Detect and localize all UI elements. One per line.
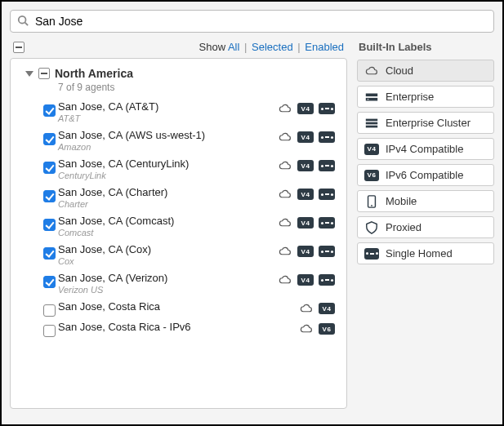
agent-icons: V4 [278,188,335,201]
ipv4-icon: V4 [297,274,314,286]
svg-rect-6 [366,122,377,124]
cloud-icon [364,65,379,77]
cloud-icon [278,131,292,144]
labels-title: Built-In Labels [359,41,494,53]
filter-all-link[interactable]: All [228,41,239,53]
svg-point-0 [19,16,26,23]
ipv4-icon: V4 [297,131,314,143]
label-text: IPv4 Compatible [386,143,463,155]
labels-panel: Built-In Labels CloudEnterpriseEnterpris… [357,41,494,268]
ipv4-icon: V4 [297,189,314,200]
collapse-all-button[interactable] [13,42,25,53]
agent-checkbox[interactable] [43,104,56,117]
svg-line-1 [25,22,29,25]
cloud-icon [278,188,292,201]
cloud-icon [278,102,292,115]
ipv4-icon: V4 [297,246,314,257]
agent-row[interactable]: San Jose, CA (Comcast)ComcastV4 [17,211,340,239]
enterprise-icon [364,91,379,103]
agent-icons: V4 [299,302,335,315]
agent-row[interactable]: San Jose, CA (AWS us-west-1)AmazonV4 [17,125,340,153]
agent-checkbox[interactable] [43,162,56,174]
search-bar[interactable] [10,10,494,33]
label-chip-mobile[interactable]: Mobile [357,190,494,212]
single-homed-icon [319,160,335,171]
cluster-icon [364,118,379,129]
show-label: Show [199,41,226,53]
agent-row[interactable]: San Jose, Costa Rica - IPv6V6 [17,317,340,337]
filter-selected-link[interactable]: Selected [252,41,293,53]
agent-name: San Jose, Costa Rica [58,300,337,313]
v4-icon: V4 [364,144,379,155]
svg-point-9 [371,205,372,206]
agent-icons: V4 [278,245,335,258]
agent-list: San Jose, CA (AT&T)AT&TV4San Jose, CA (A… [17,96,340,337]
cloud-icon [278,216,292,229]
single-homed-icon [319,189,335,200]
agent-icons: V4 [278,131,335,144]
ipv6-icon: V6 [319,323,335,335]
agent-checkbox[interactable] [43,325,56,337]
cloud-icon [278,245,292,258]
search-input[interactable] [33,14,487,29]
ipv4-icon: V4 [297,160,314,171]
label-chip-v4[interactable]: V4IPv4 Compatible [357,138,494,160]
agent-icons: V4 [278,159,335,172]
cloud-icon [278,273,292,286]
agent-row[interactable]: San Jose, CA (CenturyLink)CenturyLinkV4 [17,153,340,182]
label-chip-cloud[interactable]: Cloud [357,60,494,82]
single-homed-icon [319,217,335,229]
single-homed-icon [319,103,335,114]
agent-checkbox[interactable] [43,133,56,145]
agent-checkbox[interactable] [43,190,56,202]
label-text: Proxied [386,221,421,233]
agent-icons: V6 [299,322,335,335]
ipv4-icon: V4 [297,217,314,229]
label-chip-proxied[interactable]: Proxied [357,216,494,238]
agent-row[interactable]: San Jose, CA (Cox)CoxV4 [17,239,340,268]
agent-name: San Jose, Costa Rica - IPv6 [58,321,337,333]
label-chip-enterprise[interactable]: Enterprise [357,86,494,108]
agent-icons: V4 [278,216,335,229]
group-collapse-button[interactable] [38,68,50,79]
svg-rect-2 [366,93,377,96]
cloud-icon [278,159,292,172]
agent-checkbox[interactable] [43,276,56,288]
cloud-icon [299,322,314,335]
group-header[interactable]: North America [17,65,340,80]
single-homed-icon [319,274,335,286]
proxied-icon [364,221,379,234]
caret-down-icon[interactable] [25,71,33,77]
agent-row[interactable]: San Jose, CA (AT&T)AT&TV4 [17,96,340,125]
search-icon [17,15,33,29]
svg-rect-4 [368,99,369,100]
ipv4-icon: V4 [319,303,335,314]
agent-checkbox[interactable] [43,304,56,317]
group-title: North America [55,67,133,80]
filter-enabled-link[interactable]: Enabled [305,41,344,53]
agent-checkbox[interactable] [43,247,56,260]
label-text: Single Homed [386,247,453,260]
agent-icons: V4 [278,273,335,286]
label-text: Cloud [386,64,413,77]
label-chip-v6[interactable]: V6IPv6 Compatible [357,164,494,186]
show-filters: Show All | Selected | Enabled [199,41,344,53]
sh-icon [364,248,379,260]
agent-checkbox[interactable] [43,219,56,231]
agent-row[interactable]: San Jose, Costa RicaV4 [17,296,340,317]
agent-row[interactable]: San Jose, CA (Charter)CharterV4 [17,182,340,211]
ipv4-icon: V4 [297,103,314,114]
label-text: Enterprise Cluster [386,117,471,129]
label-chip-sh[interactable]: Single Homed [357,242,494,264]
agent-list-panel: North America 7 of 9 agents San Jose, CA… [10,58,347,409]
label-text: Enterprise [386,91,434,103]
mobile-icon [364,195,379,208]
svg-rect-5 [366,118,377,121]
svg-rect-7 [366,125,377,127]
label-text: Mobile [386,195,417,207]
single-homed-icon [319,246,335,257]
v6-icon: V6 [364,170,379,181]
agent-row[interactable]: San Jose, CA (Verizon)Verizon USV4 [17,268,340,296]
list-toolbar: Show All | Selected | Enabled [10,41,347,53]
label-chip-cluster[interactable]: Enterprise Cluster [357,112,494,134]
